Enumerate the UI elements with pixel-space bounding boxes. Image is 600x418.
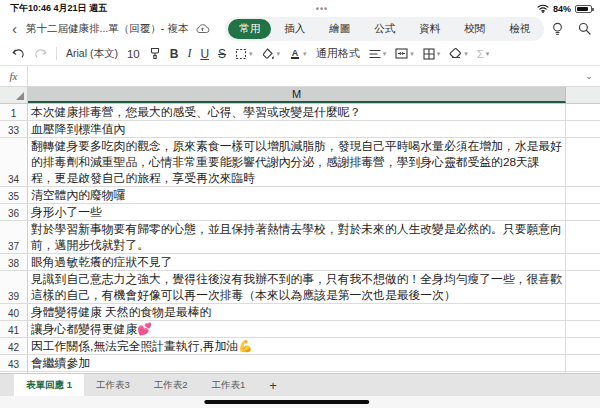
row-header[interactable]: 39 xyxy=(0,271,28,303)
borders-dropdown[interactable]: ▾ xyxy=(235,48,253,60)
format-painter-icon[interactable] xyxy=(149,47,161,60)
row-header[interactable]: 44 xyxy=(0,372,28,373)
home-indicator-area xyxy=(0,396,600,408)
cell-empty[interactable] xyxy=(566,304,600,320)
cell-empty[interactable] xyxy=(566,372,600,373)
cell[interactable]: 身體變得健康 天然的食物是最棒的 xyxy=(28,304,566,320)
ribbon-tab[interactable]: 公式 xyxy=(363,19,406,39)
cell-empty[interactable] xyxy=(566,121,600,137)
cell-empty[interactable] xyxy=(566,254,600,270)
number-format-dropdown[interactable]: 通用格式 xyxy=(316,46,360,61)
home-indicator[interactable] xyxy=(204,400,369,404)
fill-color-dropdown[interactable]: ▾ xyxy=(262,48,281,60)
row-header[interactable]: 37 xyxy=(0,221,28,253)
alignment-dropdown[interactable]: ▾ xyxy=(369,49,387,59)
row-header[interactable]: 35 xyxy=(0,187,28,203)
column-header-next[interactable] xyxy=(566,87,600,103)
back-chevron-icon[interactable]: ‹ xyxy=(10,21,19,36)
search-icon[interactable] xyxy=(578,22,591,35)
font-name-dropdown[interactable]: Arial (本文) xyxy=(66,47,118,61)
toolbar-divider xyxy=(56,47,57,60)
underline-button[interactable]: U xyxy=(200,47,209,61)
title-bar: ‹ 第十二屆健康排...單（回覆）- 複本 常用插入繪圖公式資料校閱檢視 ••• xyxy=(0,15,600,42)
cell[interactable]: 清空體內的廢物囉 xyxy=(28,187,566,203)
cell-empty[interactable] xyxy=(566,321,600,337)
undo-icon[interactable] xyxy=(12,48,25,60)
font-size-dropdown[interactable]: 10 xyxy=(127,48,140,60)
add-sheet-button[interactable]: + xyxy=(257,374,289,396)
merge-cells-dropdown[interactable]: ▾ xyxy=(395,48,414,59)
ribbon-tab[interactable]: 繪圖 xyxy=(318,19,361,39)
bold-button[interactable]: B xyxy=(170,47,179,61)
row-header[interactable]: 42 xyxy=(0,338,28,354)
ribbon-tab[interactable]: 檢視 xyxy=(498,19,541,39)
cell[interactable]: 血壓降到標準值內 xyxy=(28,121,566,137)
font-color-dropdown[interactable]: A ▾ xyxy=(289,47,307,60)
cell[interactable]: 身形小了一些 xyxy=(28,204,566,220)
document-title: 第十二屆健康排...單（回覆）- 複本 xyxy=(26,22,188,36)
strikethrough-button[interactable]: S xyxy=(218,47,226,61)
column-header-m[interactable]: M xyxy=(28,87,566,103)
row-header[interactable]: 1 xyxy=(0,104,28,120)
svg-text:A: A xyxy=(292,48,299,58)
sheet-tab-bar: 表單回應 1工作表3工作表2工作表1 + xyxy=(0,373,600,396)
table-row: 35 清空體內的廢物囉 xyxy=(0,187,600,204)
autosum-dropdown[interactable]: Σ▾ xyxy=(477,48,490,60)
column-header-row: M xyxy=(0,87,600,104)
redo-icon[interactable] xyxy=(34,48,47,60)
grid-dropdown[interactable]: ▾ xyxy=(423,48,441,60)
lightbulb-icon[interactable] xyxy=(551,22,564,36)
sheet-tab[interactable]: 工作表1 xyxy=(200,374,258,396)
row-header[interactable]: 34 xyxy=(0,138,28,186)
cell[interactable]: 會繼續參加 xyxy=(28,355,566,371)
formula-input[interactable] xyxy=(28,66,578,86)
status-time: 下午10:46 xyxy=(10,3,51,13)
table-row: 34 翻轉健身要多吃肉的觀念，原來素食一樣可以增肌減脂肪，發現自己平時喝水量必須… xyxy=(0,138,600,187)
sheet-tab[interactable]: 表單回應 1 xyxy=(14,374,84,396)
cell[interactable]: 眼角過敏乾癢的症狀不見了 xyxy=(28,254,566,270)
table-row: 1 本次健康排毒營，您最大的感受、心得、學習或改變是什麼呢？ xyxy=(0,104,600,121)
select-all-corner[interactable] xyxy=(0,87,28,103)
cell[interactable]: 因工作關係,無法完全照計畫執行,再加油💪 xyxy=(28,338,566,354)
cloud-sync-icon[interactable] xyxy=(195,23,210,34)
table-row: 36 身形小了一些 xyxy=(0,204,600,221)
ribbon-tab[interactable]: 常用 xyxy=(228,19,271,39)
cell[interactable]: 本次健康排毒營，您最大的感受、心得、學習或改變是什麼呢？ xyxy=(28,104,566,120)
cell[interactable]: 讓身心都變得更健康💕 xyxy=(28,321,566,337)
cell-empty[interactable] xyxy=(566,271,600,303)
cell[interactable]: 對於學習新事物要有歸零的心態，並且保持著熱情去學校，對於未來的人生改變是必然的。… xyxy=(28,221,566,253)
spreadsheet-grid: 1 本次健康排毒營，您最大的感受、心得、學習或改變是什麼呢？ 33 血壓降到標準… xyxy=(0,104,600,373)
cell-empty[interactable] xyxy=(566,187,600,203)
cell[interactable]: 翻轉健身要多吃肉的觀念，原來素食一樣可以增肌減脂肪，發現自己平時喝水量必須在增加… xyxy=(28,138,566,186)
row-header[interactable]: 33 xyxy=(0,121,28,137)
cell-empty[interactable] xyxy=(566,221,600,253)
cell-empty[interactable] xyxy=(566,204,600,220)
formula-expand-chevron-icon[interactable]: ⌄ xyxy=(578,66,600,86)
eraser-dropdown[interactable]: ▾ xyxy=(449,48,468,59)
cell[interactable]: 見識到自己意志力之強大，覺得往後沒有我辦不到的事，只有我不想做的！全身均勻瘦了一… xyxy=(28,271,566,303)
row-header[interactable]: 40 xyxy=(0,304,28,320)
cell-empty[interactable] xyxy=(566,355,600,371)
row-header[interactable]: 41 xyxy=(0,321,28,337)
cell-empty[interactable] xyxy=(566,138,600,186)
cell-empty[interactable] xyxy=(566,104,600,120)
row-header[interactable]: 38 xyxy=(0,254,28,270)
battery-percent: 84% xyxy=(553,4,571,14)
battery-icon xyxy=(575,5,592,13)
ribbon-tab-group: 常用插入繪圖公式資料校閱檢視 xyxy=(225,17,544,41)
sheet-tab[interactable]: 工作表2 xyxy=(142,374,200,396)
sheet-tab[interactable]: 工作表3 xyxy=(84,374,142,396)
table-row: 33 血壓降到標準值內 xyxy=(0,121,600,138)
ribbon-tab[interactable]: 資料 xyxy=(408,19,451,39)
ribbon-tab[interactable]: 插入 xyxy=(273,19,316,39)
cell[interactable]: 走過28天輕零排毒，換來了嶄新的人生觀念！ 學習好好控制口慾、仔細聆聽身體聲音，… xyxy=(28,372,566,373)
row-header[interactable]: 36 xyxy=(0,204,28,220)
table-row: 41 讓身心都變得更健康💕 xyxy=(0,321,600,338)
table-row: 39 見識到自己意志力之強大，覺得往後沒有我辦不到的事，只有我不想做的！全身均勻… xyxy=(0,271,600,304)
ribbon-tab[interactable]: 校閱 xyxy=(453,19,496,39)
cell-empty[interactable] xyxy=(566,338,600,354)
status-time-date: 下午10:46 4月21日 週五 xyxy=(10,2,107,15)
row-header[interactable]: 43 xyxy=(0,355,28,371)
italic-button[interactable]: I xyxy=(187,46,191,61)
status-center-dots: ••• xyxy=(316,4,328,14)
